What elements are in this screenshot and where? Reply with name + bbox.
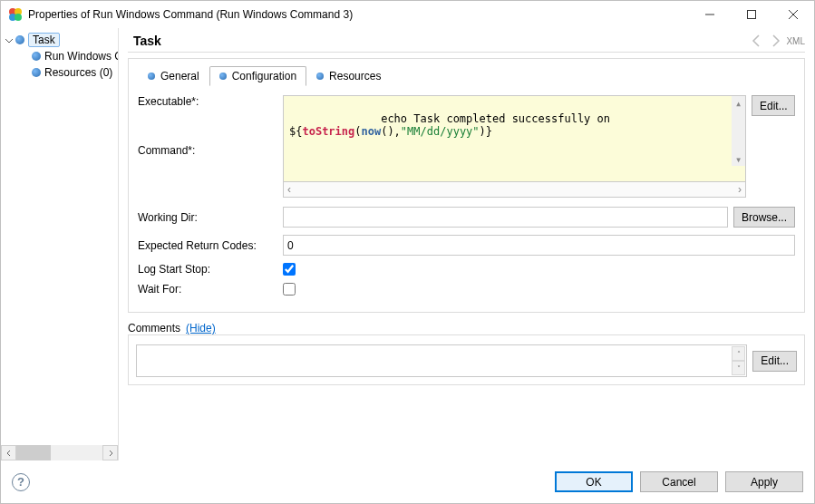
comments-label: Comments [128, 322, 180, 334]
node-icon [32, 68, 41, 77]
log-start-stop-label: Log Start Stop: [138, 263, 283, 276]
command-label: Command*: [138, 144, 283, 157]
page-title: Task [133, 34, 746, 48]
titlebar: Properties of Run Windows Command (Run W… [1, 1, 814, 28]
tree-label: Resources (0) [44, 66, 112, 79]
tabs: General Configuration Resources [138, 66, 795, 86]
node-icon [32, 52, 41, 61]
tree-panel: Task Run Windows Command Resources (0) [1, 28, 119, 460]
divider [128, 52, 805, 53]
chevron-down-icon[interactable] [5, 35, 14, 44]
scroll-right-icon[interactable] [102, 445, 118, 460]
command-editor[interactable]: echo Task completed successfully on ${to… [283, 95, 746, 182]
dialog-footer: ? OK Cancel Apply [1, 460, 814, 503]
wait-for-label: Wait For: [138, 283, 283, 296]
arrow-right-icon[interactable] [768, 34, 782, 48]
svg-point-3 [15, 14, 22, 21]
apply-button[interactable]: Apply [725, 471, 803, 492]
v-scrollbar[interactable]: ▴ ▾ [732, 96, 745, 166]
scroll-down-icon[interactable]: ▾ [732, 152, 745, 166]
ok-button[interactable]: OK [555, 471, 633, 492]
wait-for-checkbox[interactable] [283, 283, 296, 296]
comments-input[interactable]: ˄˅ [136, 344, 747, 377]
hide-comments-link[interactable]: (Hide) [186, 322, 216, 334]
tree-item-resources[interactable]: Resources (0) [1, 64, 118, 81]
node-icon [15, 35, 24, 44]
working-dir-label: Working Dir: [138, 211, 283, 224]
config-panel: General Configuration Resources Executab… [128, 58, 805, 313]
spin-up-icon[interactable]: ˄ [732, 346, 745, 361]
spinner[interactable]: ˄˅ [732, 346, 745, 375]
browse-button[interactable]: Browse... [733, 207, 795, 228]
scroll-left-icon[interactable]: ‹ [287, 183, 291, 196]
scroll-left-icon[interactable] [1, 445, 16, 460]
app-icon [8, 7, 23, 22]
tab-resources[interactable]: Resources [306, 66, 391, 86]
help-icon[interactable]: ? [12, 473, 30, 491]
svg-rect-5 [748, 11, 756, 19]
xml-link[interactable]: XML [786, 36, 805, 46]
edit-command-button[interactable]: Edit... [752, 95, 795, 116]
edit-comments-button[interactable]: Edit... [752, 351, 797, 372]
tree-item-task[interactable]: Task [1, 32, 118, 48]
dot-icon [148, 73, 155, 80]
executable-label: Executable*: [138, 95, 283, 108]
cancel-button[interactable]: Cancel [640, 471, 718, 492]
close-button[interactable] [772, 1, 814, 28]
minimize-button[interactable] [689, 1, 731, 28]
tab-general[interactable]: General [138, 66, 209, 86]
h-scrollbar[interactable]: ‹ › [283, 182, 746, 198]
tab-configuration[interactable]: Configuration [209, 66, 306, 86]
expected-rc-input[interactable] [283, 235, 795, 256]
tree-label: Run Windows Command [44, 50, 119, 63]
scroll-up-icon[interactable]: ▴ [732, 96, 745, 110]
arrow-left-icon[interactable] [750, 34, 764, 48]
command-text: echo Task completed successfully on ${to… [289, 112, 616, 138]
panel-header: Task XML [128, 28, 805, 52]
tree-h-scrollbar[interactable] [1, 445, 118, 460]
dot-icon [219, 73, 227, 80]
spin-down-icon[interactable]: ˅ [732, 361, 745, 375]
maximize-button[interactable] [731, 1, 772, 28]
scroll-right-icon[interactable]: › [738, 183, 742, 196]
expected-rc-label: Expected Return Codes: [138, 239, 283, 252]
tree-item-run-windows[interactable]: Run Windows Command [1, 48, 118, 64]
tree-label: Task [33, 34, 55, 46]
dot-icon [316, 73, 324, 80]
title-text: Properties of Run Windows Command (Run W… [28, 8, 689, 21]
log-start-stop-checkbox[interactable] [283, 263, 296, 276]
working-dir-input[interactable] [283, 207, 728, 228]
dialog-window: Properties of Run Windows Command (Run W… [0, 0, 815, 504]
